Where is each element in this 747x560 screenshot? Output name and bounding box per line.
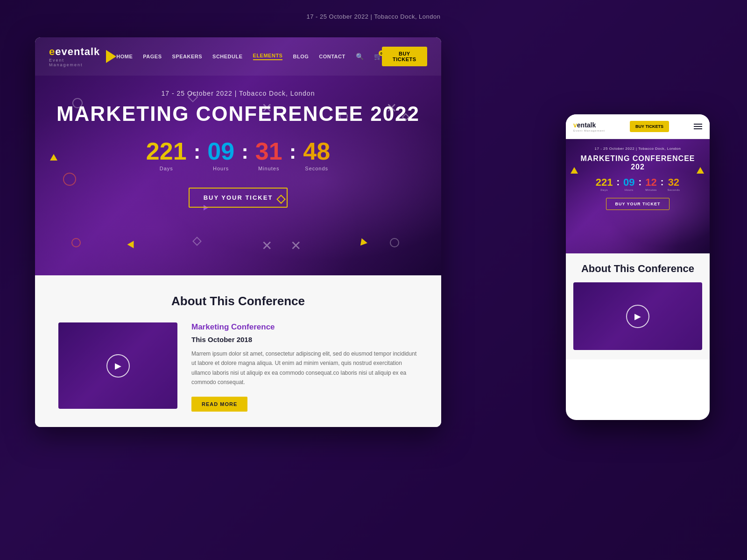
mobile-nav: ventalk Event Management BUY TICKETS (566, 114, 710, 139)
days-label: Days (146, 166, 187, 171)
mobile-countdown-days: 221 Days (596, 176, 613, 191)
countdown-sep-3: : (289, 140, 296, 163)
mobile-seconds-number: 32 (667, 176, 680, 189)
mobile-mockup: ventalk Event Management BUY TICKETS 17 … (566, 114, 710, 420)
mobile-video-thumbnail[interactable]: ▶ (573, 282, 702, 350)
mobile-hero-title: MARKETING CONFERENCEE 202 (573, 154, 702, 171)
mobile-hero-date: 17 - 25 October 2022 | Tobacco Dock, Lon… (573, 147, 702, 151)
mobile-logo: ventalk Event Management (573, 121, 605, 132)
mobile-sep-2: : (639, 177, 642, 188)
minutes-label: Minutes (255, 166, 282, 171)
nav-pages[interactable]: PAGES (143, 54, 162, 59)
logo-e: e (49, 46, 55, 57)
mobile-about-title: About This Conference (573, 263, 702, 275)
countdown-days: 221 Days (146, 139, 187, 171)
buy-ticket-hero-button[interactable]: BUY YOUR TICKET (189, 188, 288, 208)
nav-elements[interactable]: ELEMENTS (253, 53, 283, 60)
countdown: 221 Days : 09 Hours : 31 Minutes : 48 Se… (35, 139, 441, 171)
mobile-sep-1: : (616, 177, 620, 188)
buy-tickets-nav-button[interactable]: BUY TICKETS (382, 47, 427, 66)
about-video-thumbnail[interactable]: ▶ (58, 322, 177, 409)
mobile-minutes-number: 12 (645, 176, 657, 189)
deco-x-4: ✕ (290, 238, 301, 253)
mobile-logo-sub: Event Management (573, 129, 605, 132)
hero-title: MARKETING CONFERENCEE 2022 (35, 103, 441, 125)
desktop-hero: ✕ ✕ ✕ ✕ eeventalk Event Management HOME (35, 37, 441, 275)
countdown-sep-2: : (241, 140, 248, 163)
nav-contact[interactable]: CONTACT (319, 54, 345, 59)
mobile-about: About This Conference ▶ (566, 253, 710, 359)
countdown-minutes: 31 Minutes (255, 139, 282, 171)
logo-rest: eventalk (55, 46, 100, 57)
deco-circle-3 (71, 238, 81, 247)
top-bar-text: 17 - 25 October 2022 | Tobacco Dock, Lon… (307, 13, 441, 20)
hours-label: Hours (207, 166, 234, 171)
desktop-about: About This Conference ▶ Marketing Confer… (35, 275, 441, 427)
about-content: ▶ Marketing Conference This October 2018… (58, 322, 418, 412)
mobile-play-button-icon[interactable]: ▶ (626, 305, 649, 328)
mobile-minutes-label: Minutes (645, 189, 657, 191)
menu-line-3 (694, 128, 702, 129)
mobile-seconds-label: Seconds (667, 189, 680, 191)
countdown-seconds: 48 Seconds (303, 139, 330, 171)
mobile-days-label: Days (596, 189, 613, 191)
about-text: Marketing Conference This October 2018 M… (191, 322, 418, 412)
conference-name: Marketing Conference (191, 322, 418, 332)
play-button-icon[interactable]: ▶ (106, 354, 130, 378)
mobile-countdown-seconds: 32 Seconds (667, 176, 680, 191)
mobile-countdown: 221 Days : 09 Hours : 12 Minutes : 32 Se… (573, 176, 702, 191)
desktop-nav: eeventalk Event Management HOME PAGES SP… (35, 37, 441, 76)
countdown-hours: 09 Hours (207, 139, 234, 171)
mobile-logo-v: v (573, 121, 577, 129)
search-icon[interactable]: 🔍 (356, 53, 364, 60)
desktop-mockup: ✕ ✕ ✕ ✕ eeventalk Event Management HOME (35, 37, 441, 427)
seconds-number: 48 (303, 139, 330, 163)
mobile-hero: 17 - 25 October 2022 | Tobacco Dock, Lon… (566, 139, 710, 253)
hero-date: 17 - 25 October 2022 | Tobacco Dock, Lon… (35, 90, 441, 97)
hero-content: 17 - 25 October 2022 | Tobacco Dock, Lon… (35, 76, 441, 208)
minutes-number: 31 (255, 139, 282, 163)
read-more-button[interactable]: READ MORE (191, 397, 247, 412)
cart-icon[interactable]: 🛒 0 (374, 53, 382, 60)
mobile-sep-3: : (661, 177, 664, 188)
menu-line-1 (694, 124, 702, 125)
logo-subtitle: Event Management (49, 58, 100, 67)
nav-logo: eeventalk Event Management (49, 46, 116, 67)
nav-links: HOME PAGES SPEAKERS SCHEDULE ELEMENTS BL… (116, 53, 381, 60)
nav-speakers[interactable]: SPEAKERS (172, 54, 203, 59)
mobile-logo-rest: entalk (577, 121, 596, 129)
cart-badge: 0 (379, 50, 384, 56)
nav-home[interactable]: HOME (116, 54, 133, 59)
conference-description: Marrem ipsum dolor sit amet, consectetur… (191, 349, 418, 387)
mobile-logo-text: ventalk (573, 121, 596, 129)
mobile-countdown-hours: 09 Hours (623, 176, 634, 191)
about-title: About This Conference (58, 294, 418, 308)
mobile-hours-number: 09 (623, 176, 634, 189)
countdown-sep-1: : (194, 140, 201, 163)
deco-x-3: ✕ (261, 238, 272, 253)
logo-container: eeventalk Event Management (49, 46, 100, 67)
logo-text: eeventalk (49, 46, 100, 57)
mobile-buy-ticket-button[interactable]: BUY YOUR TICKET (606, 198, 669, 210)
nav-schedule[interactable]: SCHEDULE (212, 54, 243, 59)
conference-subtitle: This October 2018 (191, 336, 418, 343)
logo-triangle-icon (106, 50, 116, 63)
menu-line-2 (694, 126, 702, 127)
deco-circle-5 (390, 238, 399, 247)
mobile-days-number: 221 (596, 176, 613, 189)
mobile-menu-icon[interactable] (694, 124, 702, 129)
seconds-label: Seconds (303, 166, 330, 171)
hours-number: 09 (207, 139, 234, 163)
mobile-hours-label: Hours (623, 189, 634, 191)
mobile-hero-content: 17 - 25 October 2022 | Tobacco Dock, Lon… (573, 147, 702, 210)
mobile-buy-tickets-button[interactable]: BUY TICKETS (630, 121, 669, 132)
days-number: 221 (146, 139, 187, 163)
nav-blog[interactable]: BLOG (293, 54, 309, 59)
mobile-countdown-minutes: 12 Minutes (645, 176, 657, 191)
